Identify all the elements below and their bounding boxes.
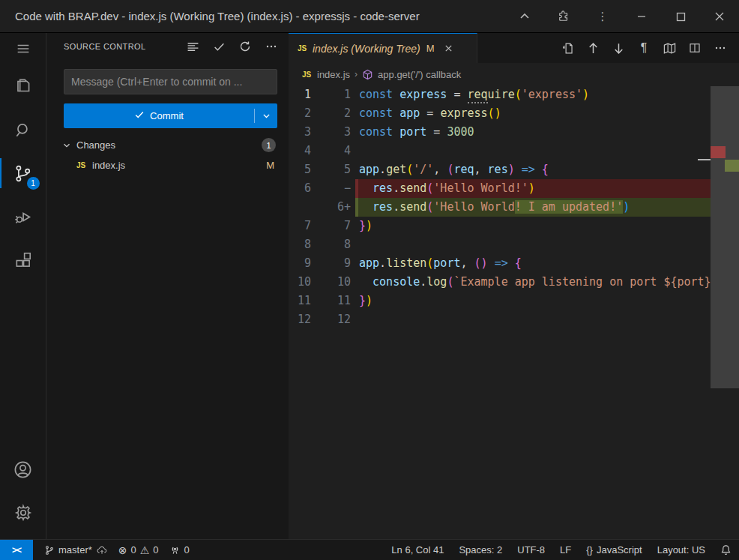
remote-indicator[interactable]: >< bbox=[0, 540, 33, 560]
code-server-window: Code with BRAP.dev - index.js (Working T… bbox=[0, 0, 739, 560]
code-line[interactable]: 44 bbox=[289, 142, 739, 160]
original-line-number: 6 bbox=[289, 179, 311, 198]
original-line-number: 7 bbox=[289, 217, 311, 235]
code-line-content bbox=[355, 310, 711, 329]
commit-dropdown-button[interactable] bbox=[255, 103, 277, 128]
activity-bar: 1 bbox=[0, 33, 46, 539]
code-line-content: res.send('Hello World!') bbox=[355, 179, 711, 198]
code-line-content: app.listen(port, () => { bbox=[355, 254, 711, 273]
code-line[interactable]: 1010 console.log(`Example app listening … bbox=[289, 273, 739, 292]
scrollbar-slider[interactable] bbox=[711, 86, 739, 388]
original-line-number: 1 bbox=[289, 85, 311, 104]
maximize-button[interactable] bbox=[661, 0, 700, 33]
branch-status-item[interactable]: master* bbox=[39, 540, 113, 560]
editor-actions: ¶ bbox=[559, 33, 739, 63]
modified-line-number: 12 bbox=[311, 310, 351, 329]
code-line[interactable]: 6− res.send('Hello World!') bbox=[289, 179, 739, 198]
titlebar-controls: ⋮ bbox=[505, 0, 739, 33]
menu-hamburger-icon[interactable] bbox=[0, 33, 46, 64]
panel-title: SOURCE CONTROL bbox=[64, 42, 146, 51]
commit-button[interactable]: Commit bbox=[64, 103, 277, 128]
original-line-number: 3 bbox=[289, 123, 311, 142]
refresh-icon[interactable] bbox=[238, 40, 252, 53]
breadcrumb-symbol[interactable]: app.get('/') callback bbox=[378, 69, 461, 80]
modified-line-number: 9 bbox=[311, 254, 351, 273]
code-line[interactable]: 88 bbox=[289, 235, 739, 254]
title-bar: Code with BRAP.dev - index.js (Working T… bbox=[0, 0, 739, 33]
run-debug-icon[interactable] bbox=[0, 195, 46, 238]
source-control-icon[interactable]: 1 bbox=[0, 151, 46, 195]
diff-editor-code-area[interactable]: 11const express = require('express')22co… bbox=[289, 85, 739, 539]
problems-status-item[interactable]: ⊗ 0 ⚠ 0 bbox=[113, 540, 164, 560]
error-count: 0 bbox=[131, 544, 136, 556]
code-line[interactable]: 6+ res.send('Hello World! I am updated!'… bbox=[289, 198, 739, 217]
tab-label: index.js (Working Tree) bbox=[313, 43, 420, 55]
code-line[interactable]: 77}) bbox=[289, 217, 739, 235]
language-label: JavaScript bbox=[597, 544, 642, 556]
changes-section-header[interactable]: Changes 1 bbox=[46, 136, 289, 154]
keyboard-layout-item[interactable]: Layout: US bbox=[650, 544, 713, 556]
modified-status-badge: M bbox=[266, 160, 274, 171]
language-mode-item[interactable]: {} JavaScript bbox=[579, 544, 649, 556]
browser-menu-kebab-icon[interactable]: ⋮ bbox=[583, 0, 622, 33]
next-change-arrow-down-icon[interactable] bbox=[610, 40, 627, 56]
search-icon[interactable] bbox=[0, 108, 46, 151]
explorer-icon[interactable] bbox=[0, 64, 46, 108]
close-window-button[interactable] bbox=[700, 0, 739, 33]
commit-message-input[interactable] bbox=[64, 69, 277, 94]
open-file-icon[interactable] bbox=[559, 40, 576, 56]
browser-extensions-icon[interactable] bbox=[544, 0, 583, 33]
code-line[interactable]: 22const app = express() bbox=[289, 104, 739, 123]
map-icon[interactable] bbox=[661, 40, 678, 56]
hide-toolbar-chevron-icon[interactable] bbox=[505, 0, 544, 33]
source-control-badge: 1 bbox=[27, 177, 40, 190]
modified-line-number: 8 bbox=[311, 235, 351, 254]
modified-line-number: − bbox=[311, 179, 351, 198]
breadcrumb-file[interactable]: index.js bbox=[317, 69, 350, 80]
close-tab-icon[interactable] bbox=[444, 43, 453, 53]
code-line-content bbox=[355, 142, 711, 160]
javascript-file-icon: JS bbox=[301, 70, 313, 79]
code-line-content: }) bbox=[355, 292, 711, 310]
original-line-number: 2 bbox=[289, 104, 311, 123]
code-line[interactable]: 1111}) bbox=[289, 292, 739, 310]
modified-line-number: 2 bbox=[311, 104, 351, 123]
cursor-position-item[interactable]: Ln 6, Col 41 bbox=[384, 544, 451, 556]
branch-name: master* bbox=[58, 544, 92, 556]
commit-check-icon[interactable] bbox=[212, 40, 226, 53]
original-line-number bbox=[289, 198, 311, 217]
code-line[interactable]: 11const express = require('express') bbox=[289, 85, 739, 104]
modified-line-number: 6+ bbox=[311, 198, 351, 217]
code-line[interactable]: 55app.get('/', (req, res) => { bbox=[289, 160, 739, 179]
notifications-bell-icon[interactable] bbox=[713, 544, 739, 556]
eol-item[interactable]: LF bbox=[552, 544, 579, 556]
error-icon: ⊗ bbox=[118, 544, 127, 556]
encoding-item[interactable]: UTF-8 bbox=[510, 544, 552, 556]
previous-change-arrow-up-icon[interactable] bbox=[585, 40, 601, 56]
split-editor-icon[interactable] bbox=[687, 40, 703, 56]
tab-index-js-working-tree[interactable]: JS index.js (Working Tree) M bbox=[289, 33, 477, 63]
changed-file-row[interactable]: JS index.js M bbox=[46, 156, 289, 175]
original-line-number: 4 bbox=[289, 142, 311, 160]
source-control-panel: SOURCE CONTROL bbox=[46, 33, 289, 539]
ports-status-item[interactable]: 0 bbox=[164, 540, 195, 560]
radio-tower-icon bbox=[169, 544, 181, 556]
original-line-number: 10 bbox=[289, 273, 311, 292]
extensions-icon[interactable] bbox=[0, 238, 46, 282]
more-actions-icon[interactable] bbox=[712, 40, 729, 56]
whitespace-pilcrow-icon[interactable]: ¶ bbox=[636, 40, 652, 56]
settings-gear-icon[interactable] bbox=[0, 491, 46, 535]
indentation-item[interactable]: Spaces: 2 bbox=[451, 544, 510, 556]
changes-count-badge: 1 bbox=[262, 138, 276, 152]
overview-deleted-marker bbox=[711, 146, 726, 158]
braces-icon: {} bbox=[586, 544, 593, 556]
code-line[interactable]: 33const port = 3000 bbox=[289, 123, 739, 142]
account-icon[interactable] bbox=[0, 448, 46, 491]
more-actions-icon[interactable] bbox=[265, 40, 278, 53]
code-line[interactable]: 99app.listen(port, () => { bbox=[289, 254, 739, 273]
javascript-file-icon: JS bbox=[296, 44, 308, 52]
minimize-button[interactable] bbox=[622, 0, 661, 33]
code-line[interactable]: 1212 bbox=[289, 310, 739, 329]
view-as-tree-icon[interactable] bbox=[186, 40, 199, 53]
breadcrumb: JS index.js › app.get('/') callback bbox=[289, 63, 739, 85]
